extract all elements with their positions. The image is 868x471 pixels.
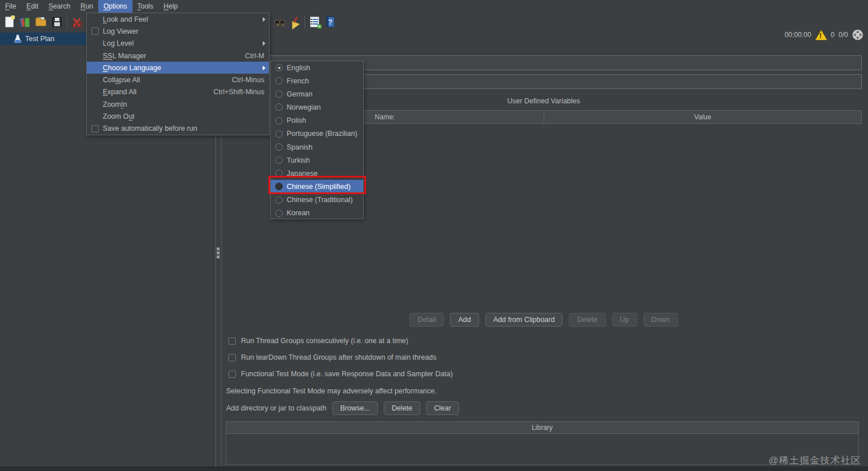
menu-tools[interactable]: Tools (132, 0, 159, 13)
clear-button[interactable]: Clear (426, 401, 459, 415)
library-header[interactable]: Library (226, 421, 859, 434)
toolbar-separator (304, 16, 305, 29)
classpath-delete-button[interactable]: Delete (384, 401, 420, 415)
menu-item-zoom-out[interactable]: Zoom Out (87, 110, 269, 122)
table-header-value[interactable]: Value (544, 110, 862, 124)
submenu-arrow-icon (263, 41, 266, 46)
add-button[interactable]: Add (450, 313, 479, 327)
menu-item-log-viewer[interactable]: Log Viewer (87, 25, 269, 37)
menu-edit[interactable]: Edit (21, 0, 43, 13)
submenu-arrow-icon (263, 17, 266, 22)
splitter-grip-dot (216, 251, 220, 255)
menu-item-expand-all[interactable]: Expand AllCtrl+Shift-Minus (87, 86, 269, 98)
save-icon[interactable] (51, 17, 63, 28)
window-bottom-edge (0, 466, 868, 471)
menu-item-look-and-feel[interactable]: Look and Feel (87, 13, 269, 25)
help-icon[interactable]: ? (325, 17, 336, 28)
radio-icon (275, 117, 283, 124)
radio-icon (275, 183, 283, 190)
lang-item-english[interactable]: English (271, 61, 363, 74)
detail-button[interactable]: Detail (409, 313, 444, 327)
tree-node-label: Test Plan (25, 35, 54, 43)
elapsed-timer: 00:00:00 (785, 31, 811, 39)
lang-item-turkish[interactable]: Turkish (271, 154, 363, 167)
menu-search[interactable]: Search (43, 0, 75, 13)
lang-item-korean[interactable]: Korean (271, 207, 363, 220)
menu-item-log-level[interactable]: Log Level (87, 38, 269, 50)
lang-item-polish[interactable]: Polish (271, 114, 363, 127)
checkbox-icon (91, 125, 99, 132)
classpath-row: Add directory or jar to classpath Browse… (226, 401, 459, 415)
menu-file[interactable]: File (0, 0, 21, 13)
lang-item-french[interactable]: French (271, 74, 363, 87)
watermark: @稀土掘金技术社区 (769, 454, 861, 467)
lang-item-norwegian[interactable]: Norwegian (271, 100, 363, 114)
menu-item-collapse-all[interactable]: Collapse AllCtrl-Minus (87, 74, 269, 86)
menu-help[interactable]: Help (159, 0, 183, 13)
checkbox-icon (228, 354, 236, 361)
checkbox-icon (228, 337, 236, 345)
lang-item-chinese-simplified[interactable]: Chinese (Simplified) (271, 180, 363, 193)
splitter-grip-dot (216, 247, 220, 251)
radio-icon (275, 210, 283, 217)
checkbox-run-consecutive[interactable]: Run Thread Groups consecutively (i.e. on… (228, 337, 408, 345)
radio-icon (275, 90, 283, 98)
status-area: 00:00:00 0 0/0 (785, 28, 863, 42)
radio-icon (275, 156, 283, 164)
templates-icon[interactable] (20, 17, 31, 28)
functional-mode-note: Selecting Functional Test Mode may adver… (226, 387, 436, 395)
menu-options[interactable]: Options (98, 0, 132, 13)
lang-item-chinese-traditional[interactable]: Chinese (Traditional) (271, 194, 363, 207)
checkbox-functional-mode[interactable]: Functional Test Mode (i.e. save Response… (228, 370, 453, 378)
radio-icon (275, 103, 283, 111)
radio-icon (275, 130, 283, 138)
splitter-grip-dot (216, 255, 220, 259)
menu-bar: File Edit Search Run Options Tools Help (0, 0, 868, 13)
menu-item-choose-language[interactable]: Choose Language (87, 62, 269, 74)
threads-sphere-icon (852, 29, 863, 41)
library-panel: Library (226, 421, 859, 465)
menu-item-save-automatically[interactable]: Save automatically before run (87, 123, 269, 135)
warning-icon[interactable] (815, 30, 827, 40)
radio-icon (275, 64, 283, 71)
lang-item-japanese[interactable]: Japanese (271, 167, 363, 180)
radio-icon (275, 77, 283, 84)
down-button[interactable]: Down (644, 313, 678, 327)
checkbox-icon (228, 371, 236, 378)
up-button[interactable]: Up (612, 313, 637, 327)
test-plan-flask-icon (14, 34, 22, 43)
radio-icon (275, 143, 283, 151)
open-file-icon[interactable] (35, 17, 47, 28)
checkbox-icon (91, 27, 99, 35)
error-count: 0 (831, 31, 835, 39)
menu-item-zoom-in[interactable]: Zoom In (87, 98, 269, 110)
new-file-icon[interactable] (5, 17, 16, 28)
jmeter-window: File Edit Search Run Options Tools Help … (0, 0, 868, 471)
add-from-clipboard-button[interactable]: Add from Clipboard (485, 313, 563, 327)
radio-icon (275, 196, 283, 204)
search-icon[interactable] (275, 18, 286, 29)
function-helper-icon[interactable]: + (309, 17, 320, 28)
language-submenu-popup: English French German Norwegian Polish P… (270, 61, 364, 219)
radio-icon (275, 170, 283, 177)
cut-icon[interactable] (71, 17, 82, 28)
clear-icon[interactable] (289, 17, 300, 28)
toolbar-separator (67, 16, 67, 29)
menu-run[interactable]: Run (75, 0, 98, 13)
browse-button[interactable]: Browse... (332, 401, 378, 415)
classpath-label: Add directory or jar to classpath (226, 404, 327, 412)
menu-item-ssl-manager[interactable]: SSL ManagerCtrl-M (87, 50, 269, 62)
lang-item-portuguese-brazilian[interactable]: Portuguese (Brazilian) (271, 127, 363, 140)
delete-button[interactable]: Delete (569, 313, 605, 327)
thread-count: 0/0 (838, 31, 848, 39)
options-menu-popup: Look and Feel Log Viewer Log Level SSL M… (86, 13, 270, 135)
lang-item-spanish[interactable]: Spanish (271, 140, 363, 154)
lang-item-german[interactable]: German (271, 87, 363, 100)
submenu-arrow-icon (263, 66, 266, 70)
checkbox-teardown[interactable]: Run tearDown Thread Groups after shutdow… (228, 353, 436, 361)
udv-button-row: Detail Add Add from Clipboard Delete Up … (226, 313, 862, 327)
